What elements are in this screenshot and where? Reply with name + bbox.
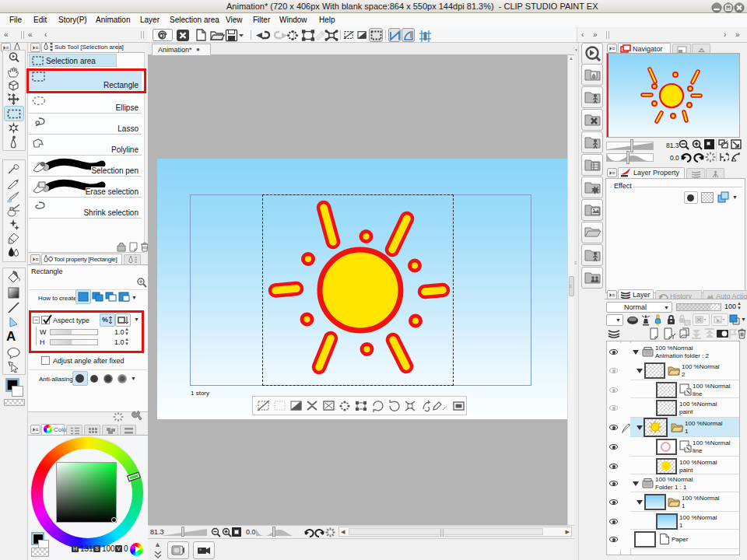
svg-text:%: % <box>102 316 108 324</box>
